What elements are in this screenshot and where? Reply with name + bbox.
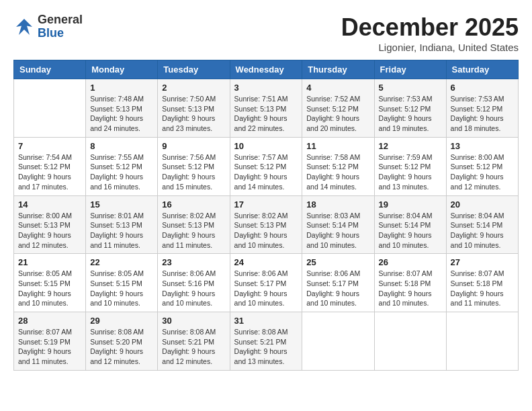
day-number: 30: [162, 316, 225, 326]
day-number: 2: [162, 83, 225, 93]
calendar-cell: 26Sunrise: 8:07 AMSunset: 5:18 PMDayligh…: [374, 254, 446, 312]
calendar-cell: [446, 312, 518, 371]
calendar-cell: 31Sunrise: 8:08 AMSunset: 5:21 PMDayligh…: [230, 312, 302, 371]
day-info: Sunrise: 8:02 AMSunset: 5:13 PMDaylight:…: [162, 211, 225, 250]
calendar-cell: 2Sunrise: 7:50 AMSunset: 5:13 PMDaylight…: [158, 79, 230, 138]
location: Ligonier, Indiana, United States: [341, 42, 519, 53]
day-info: Sunrise: 8:06 AMSunset: 5:17 PMDaylight:…: [306, 269, 369, 308]
day-number: 22: [90, 257, 153, 267]
calendar-cell: 17Sunrise: 8:02 AMSunset: 5:13 PMDayligh…: [230, 195, 302, 254]
calendar-cell: 5Sunrise: 7:53 AMSunset: 5:12 PMDaylight…: [374, 79, 446, 138]
day-info: Sunrise: 8:04 AMSunset: 5:14 PMDaylight:…: [451, 211, 514, 250]
weekday-header-thursday: Thursday: [302, 60, 374, 79]
day-info: Sunrise: 8:08 AMSunset: 5:21 PMDaylight:…: [162, 327, 225, 367]
calendar-cell: 15Sunrise: 8:01 AMSunset: 5:13 PMDayligh…: [86, 195, 158, 254]
day-info: Sunrise: 8:06 AMSunset: 5:17 PMDaylight:…: [234, 269, 298, 308]
logo: General Blue: [13, 13, 83, 40]
calendar-cell: 19Sunrise: 8:04 AMSunset: 5:14 PMDayligh…: [374, 195, 446, 254]
weekday-header-tuesday: Tuesday: [158, 60, 230, 79]
day-number: 19: [379, 199, 442, 210]
day-number: 31: [234, 316, 298, 326]
day-number: 24: [234, 257, 298, 267]
day-info: Sunrise: 8:07 AMSunset: 5:18 PMDaylight:…: [379, 269, 442, 308]
day-number: 13: [451, 141, 514, 151]
day-info: Sunrise: 8:06 AMSunset: 5:16 PMDaylight:…: [162, 269, 225, 308]
calendar-cell: 10Sunrise: 7:57 AMSunset: 5:12 PMDayligh…: [230, 137, 302, 195]
calendar-week-row: 21Sunrise: 8:05 AMSunset: 5:15 PMDayligh…: [14, 254, 519, 312]
day-info: Sunrise: 8:07 AMSunset: 5:19 PMDaylight:…: [18, 327, 81, 367]
calendar-cell: 13Sunrise: 8:00 AMSunset: 5:12 PMDayligh…: [446, 137, 518, 195]
svg-marker-0: [16, 19, 32, 35]
day-number: 14: [18, 199, 81, 210]
day-info: Sunrise: 7:56 AMSunset: 5:12 PMDaylight:…: [162, 152, 225, 192]
day-number: 25: [306, 257, 369, 267]
day-number: 11: [306, 141, 369, 151]
weekday-header-friday: Friday: [374, 60, 446, 79]
day-number: 5: [379, 83, 442, 93]
calendar-week-row: 1Sunrise: 7:48 AMSunset: 5:13 PMDaylight…: [14, 79, 519, 138]
day-number: 15: [90, 199, 153, 210]
calendar-cell: 11Sunrise: 7:58 AMSunset: 5:12 PMDayligh…: [302, 137, 374, 195]
logo-blue: Blue: [38, 27, 83, 40]
day-info: Sunrise: 8:08 AMSunset: 5:21 PMDaylight:…: [234, 327, 298, 367]
day-info: Sunrise: 8:05 AMSunset: 5:15 PMDaylight:…: [90, 269, 153, 308]
logo-general: General: [38, 13, 83, 27]
page-header: General Blue December 2025 Ligonier, Ind…: [13, 13, 519, 53]
logo-bird-icon: [13, 16, 35, 38]
calendar-cell: 3Sunrise: 7:51 AMSunset: 5:13 PMDaylight…: [230, 79, 302, 138]
calendar-cell: 9Sunrise: 7:56 AMSunset: 5:12 PMDaylight…: [158, 137, 230, 195]
calendar-cell: 30Sunrise: 8:08 AMSunset: 5:21 PMDayligh…: [158, 312, 230, 371]
day-info: Sunrise: 7:59 AMSunset: 5:12 PMDaylight:…: [379, 152, 442, 192]
day-info: Sunrise: 7:51 AMSunset: 5:13 PMDaylight:…: [234, 94, 298, 134]
day-number: 8: [90, 141, 153, 151]
calendar-week-row: 28Sunrise: 8:07 AMSunset: 5:19 PMDayligh…: [14, 312, 519, 371]
day-number: 27: [451, 257, 514, 267]
day-info: Sunrise: 7:54 AMSunset: 5:12 PMDaylight:…: [18, 152, 81, 192]
day-info: Sunrise: 7:50 AMSunset: 5:13 PMDaylight:…: [162, 94, 225, 134]
calendar-cell: 21Sunrise: 8:05 AMSunset: 5:15 PMDayligh…: [14, 254, 86, 312]
day-info: Sunrise: 8:05 AMSunset: 5:15 PMDaylight:…: [18, 269, 81, 308]
month-title: December 2025: [341, 13, 519, 42]
day-info: Sunrise: 8:03 AMSunset: 5:14 PMDaylight:…: [306, 211, 369, 250]
calendar-cell: 24Sunrise: 8:06 AMSunset: 5:17 PMDayligh…: [230, 254, 302, 312]
calendar-cell: 4Sunrise: 7:52 AMSunset: 5:12 PMDaylight…: [302, 79, 374, 138]
day-number: 17: [234, 199, 298, 210]
day-info: Sunrise: 8:04 AMSunset: 5:14 PMDaylight:…: [379, 211, 442, 250]
day-number: 3: [234, 83, 298, 93]
day-info: Sunrise: 7:53 AMSunset: 5:12 PMDaylight:…: [451, 94, 514, 134]
calendar-cell: 28Sunrise: 8:07 AMSunset: 5:19 PMDayligh…: [14, 312, 86, 371]
day-number: 20: [451, 199, 514, 210]
day-number: 28: [18, 316, 81, 326]
calendar-cell: [374, 312, 446, 371]
day-number: 26: [379, 257, 442, 267]
calendar-cell: 20Sunrise: 8:04 AMSunset: 5:14 PMDayligh…: [446, 195, 518, 254]
day-number: 10: [234, 141, 298, 151]
day-number: 21: [18, 257, 81, 267]
weekday-header-row: SundayMondayTuesdayWednesdayThursdayFrid…: [14, 60, 519, 79]
day-number: 7: [18, 141, 81, 151]
day-info: Sunrise: 8:00 AMSunset: 5:12 PMDaylight:…: [451, 152, 514, 192]
day-info: Sunrise: 8:02 AMSunset: 5:13 PMDaylight:…: [234, 211, 298, 250]
day-number: 6: [451, 83, 514, 93]
calendar-cell: 8Sunrise: 7:55 AMSunset: 5:12 PMDaylight…: [86, 137, 158, 195]
day-number: 29: [90, 316, 153, 326]
weekday-header-wednesday: Wednesday: [230, 60, 302, 79]
day-info: Sunrise: 7:53 AMSunset: 5:12 PMDaylight:…: [379, 94, 442, 134]
calendar-table: SundayMondayTuesdayWednesdayThursdayFrid…: [13, 60, 519, 371]
calendar-cell: [302, 312, 374, 371]
day-info: Sunrise: 7:48 AMSunset: 5:13 PMDaylight:…: [90, 94, 153, 134]
weekday-header-monday: Monday: [86, 60, 158, 79]
calendar-cell: 25Sunrise: 8:06 AMSunset: 5:17 PMDayligh…: [302, 254, 374, 312]
day-info: Sunrise: 8:00 AMSunset: 5:13 PMDaylight:…: [18, 211, 81, 250]
logo-text: General Blue: [38, 13, 83, 40]
calendar-cell: 18Sunrise: 8:03 AMSunset: 5:14 PMDayligh…: [302, 195, 374, 254]
day-info: Sunrise: 8:08 AMSunset: 5:20 PMDaylight:…: [90, 327, 153, 367]
calendar-cell: 7Sunrise: 7:54 AMSunset: 5:12 PMDaylight…: [14, 137, 86, 195]
calendar-cell: 29Sunrise: 8:08 AMSunset: 5:20 PMDayligh…: [86, 312, 158, 371]
weekday-header-sunday: Sunday: [14, 60, 86, 79]
calendar-cell: 12Sunrise: 7:59 AMSunset: 5:12 PMDayligh…: [374, 137, 446, 195]
day-number: 18: [306, 199, 369, 210]
day-info: Sunrise: 7:57 AMSunset: 5:12 PMDaylight:…: [234, 152, 298, 192]
title-block: December 2025 Ligonier, Indiana, United …: [341, 13, 519, 53]
day-number: 16: [162, 199, 225, 210]
